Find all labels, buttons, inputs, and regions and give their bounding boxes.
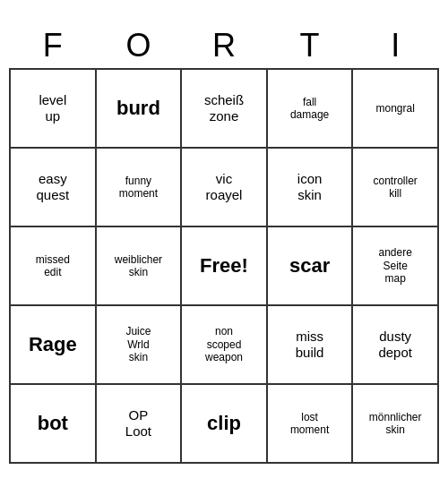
- bingo-cell: missededit: [10, 226, 96, 305]
- bingo-row: botOPLootcliplostmomentmönnlicherskin: [10, 384, 438, 463]
- bingo-cell: missbuild: [267, 305, 353, 384]
- bingo-row: easyquestfunnymomentvicroayeliconskincon…: [10, 148, 438, 226]
- bingo-cell: scheißzone: [181, 69, 267, 148]
- bingo-cell: OPLoot: [96, 384, 182, 463]
- bingo-cell: Free!: [181, 226, 267, 305]
- bingo-cell: burd: [96, 69, 182, 148]
- bingo-row: levelupburdscheißzonefalldamagemongral: [10, 69, 438, 148]
- header-letter: F: [10, 23, 96, 69]
- bingo-cell: falldamage: [267, 69, 353, 148]
- bingo-cell: andereSeitemap: [352, 226, 438, 305]
- header-letter: R: [181, 23, 267, 69]
- header-letter: T: [267, 23, 353, 69]
- bingo-cell: mönnlicherskin: [352, 384, 438, 463]
- header-letter: O: [96, 23, 182, 69]
- bingo-cell: iconskin: [267, 148, 353, 226]
- bingo-cell: mongral: [352, 69, 438, 148]
- bingo-cell: Rage: [10, 305, 96, 384]
- bingo-cell: dustydepot: [352, 305, 438, 384]
- bingo-cell: nonscopedweapon: [181, 305, 267, 384]
- bingo-card: FORTI levelupburdscheißzonefalldamagemon…: [9, 23, 439, 464]
- bingo-cell: weiblicherskin: [96, 226, 182, 305]
- bingo-cell: JuiceWrldskin: [96, 305, 182, 384]
- bingo-cell: easyquest: [10, 148, 96, 226]
- bingo-cell: lostmoment: [267, 384, 353, 463]
- bingo-cell: vicroayel: [181, 148, 267, 226]
- bingo-cell: funnymoment: [96, 148, 182, 226]
- bingo-cell: scar: [267, 226, 353, 305]
- header-row: FORTI: [10, 23, 438, 69]
- bingo-row: missededitweiblicherskinFree!scarandereS…: [10, 226, 438, 305]
- header-letter: I: [352, 23, 438, 69]
- bingo-cell: controllerkill: [352, 148, 438, 226]
- bingo-cell: levelup: [10, 69, 96, 148]
- bingo-cell: clip: [181, 384, 267, 463]
- bingo-cell: bot: [10, 384, 96, 463]
- bingo-row: RageJuiceWrldskinnonscopedweaponmissbuil…: [10, 305, 438, 384]
